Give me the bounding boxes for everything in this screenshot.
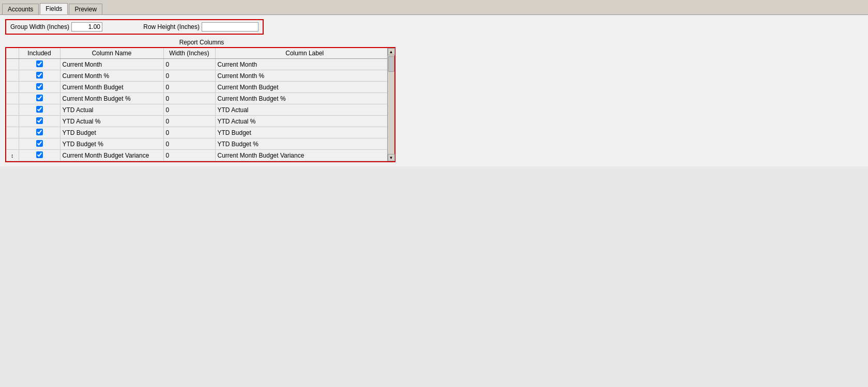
toolbar-row: Group Width (Inches) Row Height (Inches) [5,19,264,35]
row-icon-cell: ↕ [6,150,19,161]
included-cell[interactable] [19,150,60,161]
column-name-cell: YTD Budget [60,127,163,138]
table-row: YTD Actual %0YTD Actual % [6,116,394,127]
scrollbar-up-button[interactable]: ▲ [388,48,395,55]
included-cell[interactable] [19,82,60,93]
tab-fields[interactable]: Fields [40,3,68,14]
table-row: YTD Budget %0YTD Budget % [6,138,394,150]
tab-bar: Accounts Fields Preview [0,0,868,15]
column-label-cell: Current Month [215,59,394,70]
included-cell[interactable] [19,59,60,70]
row-icon-cell [6,104,19,116]
tab-accounts[interactable]: Accounts [2,4,39,14]
included-cell[interactable] [19,70,60,82]
included-cell[interactable] [19,116,60,127]
width-cell: 0 [163,93,215,104]
column-name-cell: Current Month [60,59,163,70]
width-cell: 0 [163,59,215,70]
included-checkbox[interactable] [36,72,43,79]
row-icon-cell [6,82,19,93]
width-cell: 0 [163,138,215,150]
tab-preview[interactable]: Preview [69,4,102,14]
table-row: Current Month Budget %0Current Month Bud… [6,93,394,104]
row-icon-cell [6,138,19,150]
column-label-cell: Current Month % [215,70,394,82]
row-drag-icon: ↕ [11,152,14,159]
column-label-cell: YTD Actual % [215,116,394,127]
group-width-label: Group Width (Inches) [10,23,69,30]
included-checkbox[interactable] [36,140,43,147]
width-cell: 0 [163,82,215,93]
row-height-input[interactable] [202,22,258,32]
included-checkbox[interactable] [36,60,43,67]
included-cell[interactable] [19,104,60,116]
row-icon-cell [6,70,19,82]
included-checkbox[interactable] [36,95,43,101]
included-cell[interactable] [19,127,60,138]
row-icon-cell [6,127,19,138]
scrollbar[interactable]: ▲ ▼ [387,48,394,161]
column-name-cell: Current Month Budget % [60,93,163,104]
group-width-input[interactable] [71,22,102,32]
width-cell: 0 [163,116,215,127]
report-table: Included Column Name Width (Inches) Colu… [6,48,394,161]
table-row: Current Month Budget0Current Month Budge… [6,82,394,93]
th-row-icon [6,48,19,59]
th-width: Width (Inches) [163,48,215,59]
included-checkbox[interactable] [36,106,43,113]
content-area: Group Width (Inches) Row Height (Inches)… [0,15,868,166]
report-table-wrapper: Included Column Name Width (Inches) Colu… [5,47,395,162]
column-label-cell: Current Month Budget % [215,93,394,104]
row-height-label: Row Height (Inches) [143,23,200,30]
included-checkbox[interactable] [36,129,43,135]
column-name-cell: YTD Actual % [60,116,163,127]
main-container: Accounts Fields Preview Group Width (Inc… [0,0,868,166]
th-column-label: Column Label [215,48,394,59]
scrollbar-thumb[interactable] [388,56,394,72]
report-columns-section: Report Columns Included Column Name Widt… [5,39,398,162]
column-name-cell: Current Month Budget Variance [60,150,163,161]
scrollbar-down-button[interactable]: ▼ [388,154,395,161]
row-icon-cell [6,93,19,104]
column-label-cell: YTD Actual [215,104,394,116]
section-title: Report Columns [5,39,398,46]
column-label-cell: Current Month Budget [215,82,394,93]
table-row: Current Month0Current Month [6,59,394,70]
width-cell: 0 [163,104,215,116]
included-checkbox[interactable] [36,117,43,124]
table-row: YTD Actual0YTD Actual [6,104,394,116]
column-name-cell: YTD Actual [60,104,163,116]
column-label-cell: YTD Budget [215,127,394,138]
width-cell: 0 [163,150,215,161]
column-name-cell: Current Month % [60,70,163,82]
column-name-cell: Current Month Budget [60,82,163,93]
row-icon-cell [6,116,19,127]
width-cell: 0 [163,70,215,82]
column-label-cell: YTD Budget % [215,138,394,150]
column-label-cell: Current Month Budget Variance [215,150,394,161]
width-cell: 0 [163,127,215,138]
row-icon-cell [6,59,19,70]
th-column-name: Column Name [60,48,163,59]
column-name-cell: YTD Budget % [60,138,163,150]
included-checkbox[interactable] [36,83,43,90]
th-included: Included [19,48,60,59]
included-cell[interactable] [19,138,60,150]
table-row: YTD Budget0YTD Budget [6,127,394,138]
included-checkbox[interactable] [36,151,43,158]
table-row: Current Month %0Current Month % [6,70,394,82]
included-cell[interactable] [19,93,60,104]
table-row: ↕Current Month Budget Variance0Current M… [6,150,394,161]
